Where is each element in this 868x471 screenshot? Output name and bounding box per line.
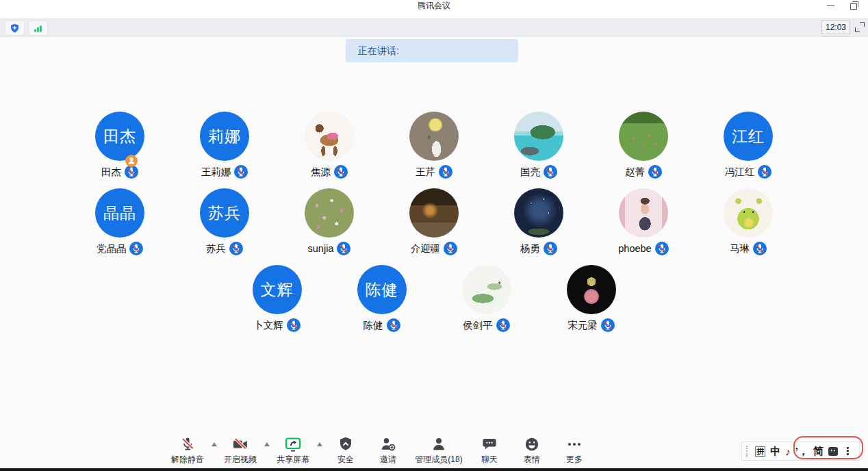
toolbar-chat-button[interactable]: 聊天 <box>468 436 511 466</box>
mic-muted-badge-icon <box>234 165 248 179</box>
toolbar-security-button[interactable]: 安全 <box>324 436 367 466</box>
participant-tile[interactable]: sunjia <box>277 188 382 255</box>
fullscreen-icon[interactable] <box>855 22 865 32</box>
ime-drag-handle[interactable] <box>746 446 750 457</box>
toolbar-label: 管理成员(18) <box>415 454 462 466</box>
ime-language-bar[interactable]: 拼中♪’，简⋮ <box>741 442 860 461</box>
mic-muted-badge-icon <box>334 165 348 179</box>
manage-members-icon <box>431 436 447 453</box>
participant-avatar-starry-sky <box>514 188 563 238</box>
toolbar-share-screen-button[interactable]: 共享屏幕 <box>272 436 314 466</box>
ime-punctuation-indicator[interactable]: ’， <box>795 445 808 458</box>
toolbar-label: 共享屏幕 <box>277 454 309 466</box>
participant-tile[interactable]: 王芹 <box>382 112 487 179</box>
participant-tile[interactable]: 苏兵 苏兵 <box>173 188 277 255</box>
toolbar-members-button[interactable]: 管理成员(18) <box>409 436 468 466</box>
participant-tile[interactable]: 焦源 <box>277 112 382 179</box>
participant-avatar-initials: 田杰 <box>95 112 144 161</box>
participant-name: 侯剑平 <box>463 319 493 332</box>
participant-tile[interactable]: 莉娜 王莉娜 <box>173 112 277 179</box>
ime-pinyin-indicator[interactable]: 拼 <box>755 446 765 457</box>
mic-muted-badge-icon <box>758 165 771 179</box>
restore-icon[interactable] <box>849 1 860 10</box>
participant-tile[interactable]: 陈健 陈健 <box>329 265 434 332</box>
toolbar-label: 解除静音 <box>171 454 204 466</box>
participant-name: 陈健 <box>363 319 383 332</box>
ime-sound-icon[interactable]: ♪ <box>785 446 791 457</box>
mic-muted-badge-icon <box>287 318 301 332</box>
meeting-security-button[interactable] <box>5 21 25 36</box>
toolbar-emoji-button[interactable]: 表情 <box>511 436 553 466</box>
participant-name: 杨勇 <box>520 242 540 255</box>
participant-row: 田杰 田杰 莉娜 王莉娜 焦源 王芹 国亮 赵菁 江红 冯江红 <box>0 112 868 179</box>
participant-avatar-green-toy <box>724 188 773 238</box>
participant-name: 党晶晶 <box>97 242 127 255</box>
participant-tile[interactable]: 宋元梁 <box>539 265 643 332</box>
share-screen-icon <box>285 436 301 453</box>
mic-muted-badge-icon <box>648 165 662 179</box>
participant-avatar-initials: 陈健 <box>357 265 407 314</box>
shield-plus-icon <box>10 23 20 34</box>
more-dots-icon <box>566 436 583 453</box>
participant-avatar-initials: 文辉 <box>253 265 302 314</box>
toolbar-mic-muted-button[interactable]: 解除静音 <box>166 436 209 466</box>
taskbar-edge <box>0 468 868 471</box>
minimize-icon[interactable] <box>826 1 837 10</box>
participant-avatar-night-street <box>409 188 459 238</box>
camera-off-icon <box>232 436 248 453</box>
participant-tile[interactable]: 侯剑平 <box>434 265 539 332</box>
speaking-banner: 正在讲话: <box>346 39 518 62</box>
participant-avatar-initials: 莉娜 <box>200 112 249 161</box>
participant-name: 苏兵 <box>206 242 226 255</box>
participant-avatar-initials: 苏兵 <box>200 188 249 238</box>
participant-row: 文辉 卜文辉 陈健 陈健 侯剑平 宋元梁 <box>0 265 868 332</box>
meeting-statusbar: 12:03 <box>0 18 868 37</box>
mic-muted-badge-icon <box>753 242 767 255</box>
mic-muted-badge-icon <box>337 242 350 255</box>
window-title: 腾讯会议 <box>0 0 868 11</box>
toolbar-invite-button[interactable]: 邀请 <box>367 436 409 466</box>
toolbar-more-button[interactable]: 更多 <box>553 436 596 466</box>
participant-tile[interactable]: 田杰 田杰 <box>68 112 173 179</box>
mic-muted-badge-icon <box>601 318 615 332</box>
mic-muted-badge-icon <box>229 242 243 255</box>
participant-tile[interactable]: 马琳 <box>696 188 801 255</box>
mic-muted-badge-icon <box>544 242 557 255</box>
ime-simplified-indicator[interactable]: 简 <box>813 445 824 458</box>
window-titlebar: 腾讯会议 <box>0 0 868 18</box>
toolbar-label: 开启视频 <box>224 454 257 466</box>
emoji-face-icon <box>524 436 540 453</box>
participant-tile[interactable]: 赵菁 <box>591 112 696 179</box>
participant-avatar-ink-landscape <box>462 265 511 314</box>
toolbar-label: 安全 <box>337 454 354 466</box>
mic-muted-badge-icon <box>496 318 510 332</box>
participant-avatar-initials: 晶晶 <box>95 188 144 238</box>
participant-tile[interactable]: 杨勇 <box>487 188 591 255</box>
signal-bars-icon <box>33 23 43 34</box>
ime-chinese-mode[interactable]: 中 <box>770 445 780 458</box>
participant-avatar-portrait <box>619 188 668 238</box>
participant-name: 王芹 <box>416 166 435 179</box>
chat-bubble-icon <box>481 436 498 453</box>
participant-tile[interactable]: phoebe <box>591 188 696 255</box>
participant-grid: 田杰 田杰 莉娜 王莉娜 焦源 王芹 国亮 赵菁 江红 冯江红 <box>0 112 868 342</box>
toolbar-camera-off-button[interactable]: 开启视频 <box>219 436 261 466</box>
toolbar-label: 邀请 <box>380 454 396 466</box>
mic-muted-badge-icon <box>129 242 143 255</box>
participant-name: 田杰 <box>101 166 121 179</box>
toolbar-mic-muted-options-arrow-icon[interactable] <box>209 436 219 446</box>
toolbar-camera-off-options-arrow-icon[interactable] <box>261 436 272 446</box>
ime-more[interactable]: ⋮ <box>843 445 853 457</box>
toolbar-label: 聊天 <box>481 454 498 466</box>
mic-muted-badge-icon <box>387 318 400 332</box>
participant-tile[interactable]: 文辉 卜文辉 <box>225 265 329 332</box>
participant-tile[interactable]: 介迎疆 <box>382 188 487 255</box>
ime-emoji-icon[interactable] <box>828 447 838 456</box>
participant-tile[interactable]: 国亮 <box>487 112 591 179</box>
toolbar-share-screen-options-arrow-icon[interactable] <box>314 436 324 446</box>
network-quality-button[interactable] <box>28 21 48 36</box>
mic-muted-icon <box>179 436 196 453</box>
participant-tile[interactable]: 晶晶 党晶晶 <box>68 188 173 255</box>
participant-tile[interactable]: 江红 冯江红 <box>696 112 801 179</box>
mic-muted-badge-icon <box>544 165 557 179</box>
